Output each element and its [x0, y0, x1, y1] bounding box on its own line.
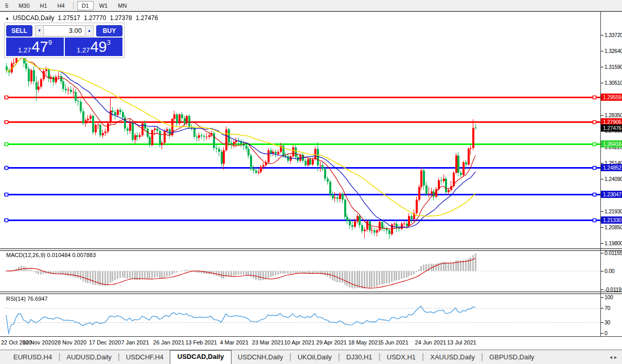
price-tick: 1.30510: [605, 79, 622, 86]
date-tick-label: 10 Nov 2020: [22, 339, 54, 345]
price-tick: 1.33720: [605, 31, 622, 39]
timeframe-button-h1[interactable]: H1: [35, 1, 52, 10]
price-axis-line: [600, 11, 601, 337]
panel-splitter-rsi[interactable]: [0, 292, 622, 294]
volume-increase-button[interactable]: ▲: [85, 25, 94, 37]
rsi-tick: 30: [605, 319, 610, 326]
macd-tick: 0.00: [605, 267, 614, 275]
chart-frame-bottom: [0, 336, 622, 337]
date-axis[interactable]: 22 Oct 202010 Nov 202028 Nov 202017 Dec …: [0, 337, 600, 349]
volume-decrease-button[interactable]: ▼: [35, 25, 44, 37]
price-tick: 1.20850: [605, 224, 622, 231]
price-level-tag[interactable]: 1.23047: [601, 191, 622, 198]
timeframe-button-mn[interactable]: MN: [113, 1, 131, 10]
date-tick-label: 7 Jan 2021: [121, 339, 149, 345]
price-tick: 1.32640: [605, 47, 622, 54]
date-tick-label: 23 Mar 2021: [252, 339, 284, 345]
timeframe-button-d1[interactable]: D1: [77, 1, 94, 10]
symbol-label: USDCAD,Daily: [13, 14, 55, 22]
collapse-panel-icon[interactable]: ▲: [5, 16, 9, 21]
date-tick-label: 13 Feb 2021: [185, 339, 217, 345]
price-level-tag[interactable]: 1.26416: [601, 140, 622, 148]
sell-button[interactable]: SELL: [6, 25, 32, 37]
tab-scroll-left-icon: ◂: [610, 354, 614, 360]
price-level-tag[interactable]: 1.24852: [601, 164, 622, 171]
date-tick-label: 28 Nov 2020: [55, 339, 86, 345]
sell-price-big: 47: [31, 40, 48, 54]
rsi-indicator-label: RSI(14) 76.6947: [6, 296, 48, 302]
price-level-tag[interactable]: 1.27476: [601, 124, 622, 132]
price-tick: 1.19800: [605, 240, 622, 247]
date-tick-label: 10 Apr 2021: [284, 339, 314, 345]
timeframe-button-m30[interactable]: M30: [14, 1, 34, 10]
chart-tab-xauusd[interactable]: XAUUSD,Daily: [424, 351, 481, 364]
chart-title: ▲ USDCAD,Daily 1.27517 1.27770 1.27378 1…: [5, 14, 158, 22]
tab-scroll-right-icon: ▸: [614, 354, 619, 360]
price-tick: 1.21930: [605, 208, 622, 215]
timeframe-toolbar: 5M30H1H4D1W1MN: [0, 0, 622, 11]
buy-price-pip: 3: [107, 39, 111, 46]
timeframe-button-h4[interactable]: H4: [53, 1, 69, 10]
date-tick-label: 5 Jun 2021: [380, 339, 408, 345]
date-tick-label: 29 Apr 2021: [316, 339, 347, 345]
quote-close: 1.27476: [136, 14, 158, 22]
quote-high: 1.27770: [84, 14, 106, 22]
timeframe-button-w1[interactable]: W1: [95, 1, 113, 10]
date-tick-label: 4 Mar 2021: [220, 339, 248, 345]
sell-price-prefix: 1.27: [18, 46, 31, 54]
buy-button[interactable]: BUY: [96, 25, 122, 37]
chart-tab-dj30[interactable]: DJ30,H1: [340, 351, 379, 364]
rsi-tick: 100: [605, 294, 613, 301]
toolbar-separator: [73, 2, 74, 9]
chart-tab-eurusd[interactable]: EURUSD,H4: [7, 351, 58, 364]
sell-price-display[interactable]: 1.27 47 9: [6, 38, 64, 56]
date-tick-label: 17 Dec 2020: [89, 339, 121, 345]
macd-indicator-label: MACD(12,26,9) 0.010484 0.007883: [6, 252, 96, 258]
chart-tab-usdx[interactable]: USDX,H1: [381, 351, 422, 364]
price-tick: 1.31590: [605, 63, 622, 70]
chart-frame-top: [0, 11, 622, 12]
date-tick-label: 18 May 2021: [348, 339, 381, 345]
quote-open: 1.27517: [58, 14, 80, 22]
price-tick: 1.28350: [605, 112, 622, 119]
timeframe-button-5[interactable]: 5: [1, 1, 13, 10]
date-tick-label: 24 Jun 2021: [415, 339, 447, 345]
price-tick: 1.24090: [605, 175, 622, 183]
price-level-tag[interactable]: 1.21330: [601, 216, 622, 224]
price-axis[interactable]: 1.337201.326401.315901.305101.294301.283…: [601, 12, 622, 337]
chart-tab-usdchf[interactable]: USDCHF,H4: [120, 351, 170, 364]
date-tick-label: 26 Jan 2021: [153, 339, 185, 345]
price-level-tag[interactable]: 1.29559: [601, 94, 622, 101]
one-click-trading-panel: SELL ▼ ▲ BUY 1.27 47 9 1.27 49 3: [4, 23, 125, 58]
sell-price-pip: 9: [48, 39, 52, 46]
buy-price-display[interactable]: 1.27 49 3: [65, 38, 122, 56]
chart-tab-audusd[interactable]: AUDUSD,Daily: [60, 351, 117, 364]
buy-price-big: 49: [90, 40, 106, 54]
chart-tab-usdcnh[interactable]: USDCNH,Daily: [232, 351, 289, 364]
chart-tab-gbpusd[interactable]: GBPUSD,Daily: [483, 351, 540, 364]
mt4-window: 5M30H1H4D1W1MN ▲ USDCAD,Daily 1.27517 1.…: [0, 0, 622, 364]
chart-tab-bar: EURUSD,H4|AUDUSD,Daily|USDCHF,H4USDCAD,D…: [0, 350, 622, 364]
rsi-tick: 70: [605, 304, 610, 312]
quote-low: 1.27378: [110, 14, 132, 22]
date-tick-label: 13 Jul 2021: [447, 339, 476, 345]
chart-tab-usdcad[interactable]: USDCAD,Daily: [170, 350, 232, 364]
volume-input[interactable]: [44, 25, 85, 37]
chart-tab-ukoil[interactable]: UKOil,Daily: [291, 351, 337, 364]
buy-price-prefix: 1.27: [77, 46, 90, 54]
tab-scroll-arrows[interactable]: ◂▸: [610, 354, 619, 360]
panel-splitter-macd[interactable]: [0, 248, 622, 251]
